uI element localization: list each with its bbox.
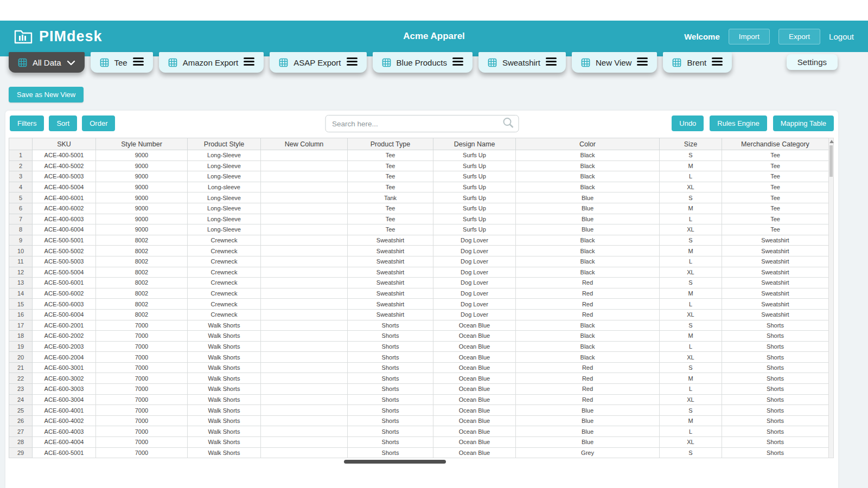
cell-design-name[interactable]: Dog Lover — [433, 288, 516, 299]
cell-color[interactable]: Black — [516, 160, 660, 171]
cell-color[interactable]: Blue — [516, 224, 660, 235]
cell-design-name[interactable]: Surfs Up — [433, 171, 516, 182]
cell-new-column[interactable] — [261, 160, 348, 171]
cell-product-style[interactable]: Crewneck — [188, 267, 261, 278]
vertical-scrollbar[interactable] — [828, 138, 834, 458]
cell-size[interactable]: S — [660, 405, 722, 416]
cell-color[interactable]: Red — [516, 373, 660, 384]
cell-product-type[interactable]: Shorts — [348, 384, 433, 395]
cell-size[interactable]: S — [660, 320, 722, 331]
cell-product-type[interactable]: Tee — [348, 171, 433, 182]
cell-product-type[interactable]: Sweatshirt — [348, 267, 433, 278]
cell-size[interactable]: L — [660, 299, 722, 310]
column-header-size[interactable]: Size — [660, 138, 722, 150]
cell-merchandise-category[interactable]: Tee — [722, 192, 829, 203]
cell-color[interactable]: Blue — [516, 415, 660, 426]
cell-style-number[interactable]: 7000 — [96, 405, 188, 416]
cell-design-name[interactable]: Surfs Up — [433, 214, 516, 224]
cell-product-style[interactable]: Walk Shorts — [188, 331, 261, 342]
cell-size[interactable]: XL — [660, 182, 722, 192]
column-header-color[interactable]: Color — [516, 138, 660, 150]
cell-product-type[interactable]: Shorts — [348, 437, 433, 448]
cell-product-style[interactable]: Long-Sleeve — [188, 192, 261, 203]
cell-product-style[interactable]: Crewneck — [188, 256, 261, 267]
cell-product-style[interactable]: Walk Shorts — [188, 373, 261, 384]
cell-merchandise-category[interactable]: Shorts — [722, 352, 829, 363]
cell-merchandise-category[interactable]: Shorts — [722, 362, 829, 373]
cell-merchandise-category[interactable]: Sweatshirt — [722, 256, 829, 267]
cell-design-name[interactable]: Surfs Up — [433, 182, 516, 192]
cell-style-number[interactable]: 9000 — [96, 214, 188, 224]
cell-design-name[interactable]: Surfs Up — [433, 160, 516, 171]
hamburger-icon[interactable] — [244, 56, 254, 69]
cell-design-name[interactable]: Ocean Blue — [433, 415, 516, 426]
rules-engine-button[interactable]: Rules Engine — [710, 115, 767, 131]
cell-sku[interactable]: ACE-600-3003 — [33, 384, 96, 395]
cell-size[interactable]: M — [660, 203, 722, 214]
hamburger-icon[interactable] — [347, 56, 358, 69]
cell-sku[interactable]: ACE-400-6002 — [33, 203, 96, 214]
cell-new-column[interactable] — [261, 394, 348, 405]
cell-merchandise-category[interactable]: Shorts — [722, 415, 829, 426]
cell-color[interactable]: Black — [516, 235, 660, 246]
cell-sku[interactable]: ACE-600-4002 — [33, 415, 96, 426]
tab-tee[interactable]: Tee — [91, 52, 153, 73]
cell-style-number[interactable]: 7000 — [96, 384, 188, 395]
cell-sku[interactable]: ACE-400-5002 — [33, 160, 96, 171]
cell-merchandise-category[interactable]: Tee — [722, 182, 829, 192]
cell-size[interactable]: XL — [660, 267, 722, 278]
cell-size[interactable]: S — [660, 150, 722, 161]
hamburger-icon[interactable] — [452, 56, 463, 69]
cell-product-style[interactable]: Crewneck — [188, 246, 261, 256]
cell-product-type[interactable]: Shorts — [348, 405, 433, 416]
cell-merchandise-category[interactable]: Shorts — [722, 320, 829, 331]
cell-new-column[interactable] — [261, 331, 348, 342]
cell-sku[interactable]: ACE-400-5001 — [33, 150, 96, 161]
cell-size[interactable]: M — [660, 373, 722, 384]
cell-color[interactable]: Red — [516, 288, 660, 299]
cell-product-style[interactable]: Crewneck — [188, 235, 261, 246]
cell-merchandise-category[interactable]: Shorts — [722, 394, 829, 405]
cell-sku[interactable]: ACE-500-6003 — [33, 299, 96, 310]
cell-color[interactable]: Black — [516, 320, 660, 331]
undo-button[interactable]: Undo — [672, 115, 704, 131]
cell-merchandise-category[interactable]: Sweatshirt — [722, 267, 829, 278]
tab-blue-products[interactable]: Blue Products — [373, 52, 473, 73]
cell-sku[interactable]: ACE-600-4003 — [33, 426, 96, 437]
cell-merchandise-category[interactable]: Shorts — [722, 426, 829, 437]
cell-sku[interactable]: ACE-500-6001 — [33, 278, 96, 288]
cell-merchandise-category[interactable]: Tee — [722, 203, 829, 214]
cell-merchandise-category[interactable]: Shorts — [722, 384, 829, 395]
cell-color[interactable]: Red — [516, 309, 660, 320]
cell-product-type[interactable]: Tee — [348, 182, 433, 192]
cell-new-column[interactable] — [261, 182, 348, 192]
chevron-down-icon[interactable] — [67, 58, 75, 67]
cell-sku[interactable]: ACE-600-2004 — [33, 352, 96, 363]
cell-style-number[interactable]: 8002 — [96, 256, 188, 267]
cell-size[interactable]: L — [660, 256, 722, 267]
cell-color[interactable]: Black — [516, 267, 660, 278]
cell-new-column[interactable] — [261, 235, 348, 246]
cell-new-column[interactable] — [261, 384, 348, 395]
cell-product-type[interactable]: Shorts — [348, 352, 433, 363]
cell-merchandise-category[interactable]: Sweatshirt — [722, 309, 829, 320]
cell-product-type[interactable]: Tank — [348, 192, 433, 203]
cell-new-column[interactable] — [261, 437, 348, 448]
cell-new-column[interactable] — [261, 373, 348, 384]
cell-style-number[interactable]: 9000 — [96, 150, 188, 161]
cell-sku[interactable]: ACE-400-5003 — [33, 171, 96, 182]
cell-style-number[interactable]: 9000 — [96, 224, 188, 235]
cell-product-style[interactable]: Long-sleeve — [188, 182, 261, 192]
cell-style-number[interactable]: 7000 — [96, 320, 188, 331]
cell-new-column[interactable] — [261, 267, 348, 278]
cell-new-column[interactable] — [261, 192, 348, 203]
cell-size[interactable]: S — [660, 447, 722, 458]
cell-product-style[interactable]: Crewneck — [188, 299, 261, 310]
cell-product-type[interactable]: Sweatshirt — [348, 299, 433, 310]
cell-product-style[interactable]: Long-Sleeve — [188, 203, 261, 214]
cell-design-name[interactable]: Ocean Blue — [433, 405, 516, 416]
cell-merchandise-category[interactable]: Sweatshirt — [722, 246, 829, 256]
cell-merchandise-category[interactable]: Shorts — [722, 405, 829, 416]
cell-merchandise-category[interactable]: Sweatshirt — [722, 235, 829, 246]
cell-color[interactable]: Grey — [516, 447, 660, 458]
